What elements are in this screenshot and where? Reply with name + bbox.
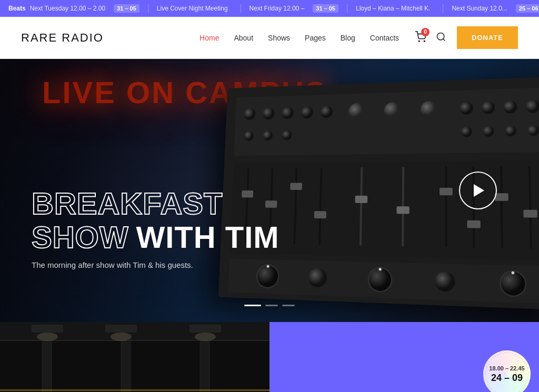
svg-rect-39 <box>314 211 326 218</box>
ticker-item-5: Next Sunday 12.0... 25 – 06 <box>443 4 539 13</box>
main-nav: Home About Shows Pages Blog Contacts <box>199 34 399 42</box>
ticker-show-2: Live Cover Night Meeting <box>157 5 228 12</box>
svg-rect-32 <box>445 166 447 247</box>
badge-inner: 18.00 – 22.45 24 – 09 <box>489 365 524 383</box>
header: RARE RADIO Home About Shows Pages Blog C… <box>0 17 539 59</box>
svg-rect-58 <box>42 340 52 392</box>
ticker-item-1: Beats Next Tuesday 12.00 – 2.00 31 – 05 <box>0 4 148 13</box>
ticker-inner: Beats Next Tuesday 12.00 – 2.00 31 – 05 … <box>0 4 539 13</box>
nav-about[interactable]: About <box>234 34 253 42</box>
svg-rect-59 <box>121 340 131 392</box>
ticker-label-1: Beats <box>8 5 26 12</box>
play-button[interactable] <box>459 172 497 209</box>
nav-pages[interactable]: Pages <box>305 34 326 42</box>
hero-show-text: SHOW <box>32 220 128 254</box>
svg-rect-66 <box>189 325 221 333</box>
svg-line-3 <box>443 38 445 41</box>
ticker-date-3: 31 – 05 <box>313 4 338 13</box>
svg-rect-43 <box>467 220 481 228</box>
svg-point-0 <box>418 41 420 42</box>
svg-point-68 <box>111 333 132 341</box>
ticker-date-5: 25 – 06 <box>516 4 539 13</box>
badge-date: 24 – 09 <box>491 373 523 384</box>
hero-section: LIVE ON CAMPUS BREAKFAST SHOW WITH TIM T… <box>0 59 539 322</box>
ticker-date-1: 31 – 05 <box>114 4 139 13</box>
slider-dots <box>244 305 295 306</box>
svg-rect-44 <box>495 193 508 201</box>
ticker-show-4: Lloyd – Kiana – Mitchell K. <box>356 5 430 12</box>
header-icons: 0 <box>415 31 446 45</box>
svg-point-49 <box>368 267 392 292</box>
svg-rect-5 <box>234 88 539 156</box>
ticker-item-4: Lloyd – Kiana – Mitchell K. <box>347 4 443 13</box>
svg-point-69 <box>195 333 216 341</box>
hero-title-outline: BREAKFAST <box>32 187 280 220</box>
nav-contacts[interactable]: Contacts <box>370 34 399 42</box>
bottom-section: 18.00 – 22.45 24 – 09 <box>0 322 539 392</box>
donate-button[interactable]: DONATE <box>457 26 518 49</box>
bottom-dark-svg <box>0 322 270 392</box>
bottom-purple-panel: 18.00 – 22.45 24 – 09 <box>270 322 539 392</box>
svg-rect-65 <box>105 325 137 333</box>
nav-shows[interactable]: Shows <box>268 34 290 42</box>
ticker-show-3: Next Friday 12.00 – <box>249 5 305 12</box>
ticker-bar: Beats Next Tuesday 12.00 – 2.00 31 – 05 … <box>0 0 539 17</box>
ticker-show-5: Next Sunday 12.0... <box>452 5 507 12</box>
search-button[interactable] <box>436 32 446 44</box>
svg-rect-38 <box>290 183 302 190</box>
hero-title-filled-line: SHOW WITH TIM <box>32 220 280 254</box>
slider-dot-3[interactable] <box>282 305 295 306</box>
nav-home[interactable]: Home <box>199 34 219 42</box>
cart-button[interactable]: 0 <box>415 31 426 45</box>
logo[interactable]: RARE RADIO <box>21 31 104 45</box>
svg-point-2 <box>437 33 444 39</box>
svg-rect-64 <box>32 325 63 333</box>
hero-subtitle: The morning after show with Tim & his gu… <box>32 260 280 269</box>
svg-rect-60 <box>200 340 209 392</box>
hero-with-tim-text: WITH TIM <box>136 220 279 254</box>
ticker-show-1: Next Tuesday 12.00 – 2.00 <box>30 5 105 12</box>
svg-rect-42 <box>440 188 453 195</box>
ticker-item-2: Live Cover Night Meeting <box>148 4 241 13</box>
logo-part1: RARE <box>21 31 57 44</box>
slider-dot-1[interactable] <box>244 305 261 306</box>
time-badge: 18.00 – 22.45 24 – 09 <box>483 350 531 392</box>
svg-point-51 <box>500 271 526 297</box>
ticker-item-3: Next Friday 12.00 – 31 – 05 <box>241 4 347 13</box>
svg-rect-40 <box>355 196 367 203</box>
nav-blog[interactable]: Blog <box>341 34 355 42</box>
slider-dot-2[interactable] <box>265 305 278 306</box>
svg-point-1 <box>424 41 425 42</box>
svg-rect-63 <box>0 389 270 391</box>
cart-badge: 0 <box>421 28 430 36</box>
search-icon <box>436 32 446 42</box>
hero-content: BREAKFAST SHOW WITH TIM The morning afte… <box>32 187 280 269</box>
play-icon <box>474 184 484 197</box>
svg-rect-45 <box>523 210 537 218</box>
bottom-dark-panel <box>0 322 270 392</box>
svg-point-67 <box>37 333 58 341</box>
logo-part2: RADIO <box>62 31 104 44</box>
svg-rect-41 <box>396 206 409 214</box>
badge-time: 18.00 – 22.45 <box>489 365 524 372</box>
bottom-dark-image <box>0 322 270 392</box>
